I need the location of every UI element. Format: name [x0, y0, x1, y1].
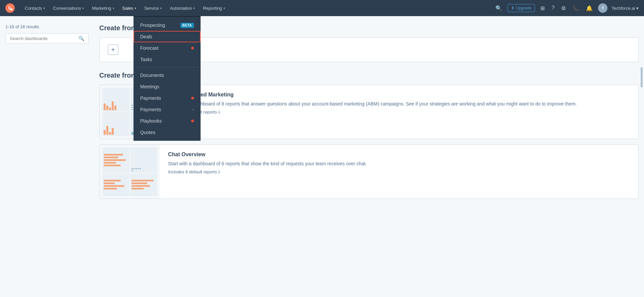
scrollbar[interactable] — [641, 67, 643, 87]
template-desc-chat: Start with a dashboard of 6 reports that… — [168, 160, 367, 167]
dropdown-item-documents[interactable]: Documents — [133, 70, 201, 81]
nav-reporting[interactable]: Reporting ▾ — [200, 4, 228, 13]
template-thumbnail-chat — [100, 145, 160, 199]
chevron-down-icon: ▾ — [223, 6, 225, 10]
thumb-chart-7 — [102, 173, 129, 196]
thumb-chart-6 — [130, 147, 157, 173]
nav-marketing[interactable]: Marketing ▾ — [89, 4, 117, 13]
results-count: 1-18 of 18 results — [5, 24, 89, 29]
template-name-abm: Account-based Marketing — [168, 92, 577, 98]
svg-point-0 — [5, 3, 15, 13]
avatar[interactable]: T — [598, 3, 607, 13]
chevron-down-icon: ▾ — [160, 6, 162, 10]
dropdown-item-prospecting[interactable]: Prospecting BETA — [133, 19, 201, 31]
dropdown-item-playbooks[interactable]: Playbooks — [133, 115, 201, 127]
dropdown-item-payments-sub[interactable]: Payments › — [133, 104, 201, 115]
chevron-down-icon: ▾ — [135, 6, 136, 10]
svg-point-1 — [10, 8, 12, 10]
nav-sales[interactable]: Sales ▾ — [119, 4, 140, 13]
chevron-down-icon: ▾ — [193, 6, 195, 10]
marketplace-button[interactable]: ⊞ — [539, 4, 546, 13]
nav-service[interactable]: Service ▾ — [141, 4, 165, 13]
search-box: 🔍 — [5, 33, 89, 43]
template-desc-abm: Start with a dashboard of 8 reports that… — [168, 100, 577, 108]
top-navigation: Contacts ▾ Conversations ▾ Marketing ▾ S… — [0, 0, 644, 16]
template-name-chat: Chat Overview — [168, 152, 367, 158]
dropdown-item-payments-upgrade[interactable]: Payments — [133, 92, 201, 104]
info-icon: ℹ — [218, 110, 220, 115]
chevron-down-icon: ▾ — [43, 6, 45, 10]
notifications-button[interactable]: 🔔 — [585, 4, 594, 13]
thumb-chart-1 — [102, 88, 129, 112]
nav-conversations[interactable]: Conversations ▾ — [50, 4, 87, 13]
nav-right: 🔍 ⬆ Upgrade ⊞ ? ⚙ 📞 🔔 T Techforce.ai ▾ — [494, 3, 639, 13]
nav-contacts[interactable]: Contacts ▾ — [21, 4, 48, 13]
thumb-chart-3 — [102, 112, 129, 136]
user-menu[interactable]: Techforce.ai ▾ — [611, 6, 639, 11]
search-button[interactable]: 🔍 — [494, 4, 503, 13]
nav-automation[interactable]: Automation ▾ — [166, 4, 198, 13]
help-button[interactable]: ? — [550, 4, 556, 12]
nav-items: Contacts ▾ Conversations ▾ Marketing ▾ S… — [21, 4, 494, 13]
template-card-chat[interactable]: Chat Overview Start with a dashboard of … — [99, 144, 639, 199]
dropdown-divider — [133, 67, 201, 68]
upgrade-indicator — [191, 120, 194, 122]
beta-badge: BETA — [180, 23, 194, 28]
template-reports-chat: Includes 6 default reports ℹ — [168, 169, 367, 174]
plus-icon: + — [108, 44, 118, 55]
chevron-down-icon: ▾ — [636, 6, 639, 11]
search-icon[interactable]: 🔍 — [78, 36, 84, 41]
dropdown-item-meetings[interactable]: Meetings — [133, 81, 201, 92]
upgrade-icon: ⬆ — [511, 6, 515, 10]
upgrade-indicator — [191, 47, 194, 49]
dropdown-item-forecast[interactable]: Forecast — [133, 42, 201, 54]
calls-button[interactable]: 📞 — [571, 4, 581, 13]
settings-button[interactable]: ⚙ — [560, 4, 567, 13]
sidebar: 1-18 of 18 results 🔍 — [0, 16, 94, 212]
page-layout: 1-18 of 18 results 🔍 Create from scratch… — [0, 16, 644, 212]
dropdown-item-tasks[interactable]: Tasks — [133, 54, 201, 65]
sales-dropdown: Prospecting BETA Deals Forecast Tasks Do… — [133, 16, 201, 141]
thumb-chart-8 — [130, 173, 157, 196]
upgrade-indicator — [191, 97, 194, 99]
search-input[interactable] — [10, 36, 76, 41]
thumb-chart-5 — [102, 147, 129, 173]
info-icon: ℹ — [218, 170, 220, 174]
hubspot-logo[interactable] — [5, 3, 15, 13]
dropdown-item-quotes[interactable]: Quotes — [133, 127, 201, 138]
chevron-down-icon: ▾ — [82, 6, 84, 10]
template-info-chat: Chat Overview Start with a dashboard of … — [160, 145, 375, 199]
dropdown-item-deals[interactable]: Deals — [133, 31, 201, 42]
template-reports-abm: Includes 9 default reports ℹ — [168, 110, 577, 115]
template-info-abm: Account-based Marketing Start with a das… — [160, 85, 585, 139]
chevron-right-icon: › — [193, 107, 194, 112]
chevron-down-icon: ▾ — [113, 6, 114, 10]
upgrade-button[interactable]: ⬆ Upgrade — [507, 4, 535, 12]
